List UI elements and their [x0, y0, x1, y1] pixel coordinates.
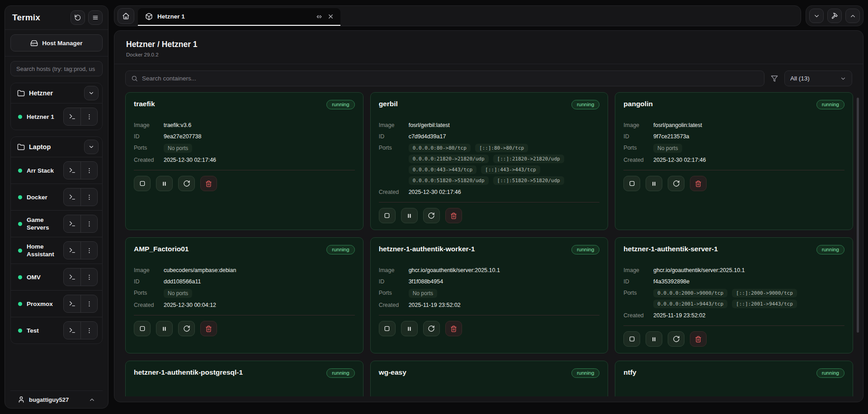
status-filter-select[interactable]: All (13)	[784, 71, 852, 86]
delete-container-button[interactable]	[200, 176, 217, 191]
tools-button[interactable]	[827, 9, 842, 23]
group-collapse-button[interactable]	[84, 140, 99, 154]
sidebar-menu-button[interactable]	[88, 10, 103, 25]
created-label: Created	[134, 301, 164, 308]
terminal-button[interactable]	[64, 108, 80, 125]
card-divider	[623, 325, 844, 326]
refresh-button[interactable]	[71, 10, 85, 25]
restart-container-button[interactable]	[178, 321, 195, 336]
host-group-header[interactable]: Laptop	[11, 137, 102, 157]
delete-container-button[interactable]	[200, 321, 217, 336]
pause-container-button[interactable]	[646, 176, 662, 191]
status-badge: running	[326, 245, 354, 254]
restart-container-button[interactable]	[423, 208, 440, 223]
created-row: Created 2025-12-30 02:17:46	[134, 156, 355, 164]
card-header: wg-easy running	[379, 368, 600, 378]
delete-container-button[interactable]	[445, 208, 462, 223]
image-label: Image	[134, 266, 164, 273]
group-hosts: Hetzner 1	[11, 103, 102, 130]
host-group-header[interactable]: Hetzner	[11, 83, 102, 103]
host-menu-button[interactable]	[80, 295, 97, 312]
tab-hetzner-1[interactable]: Hetzner 1	[138, 8, 340, 26]
delete-container-button[interactable]	[690, 176, 707, 191]
top-row: Hetzner 1	[114, 5, 863, 26]
pause-container-button[interactable]	[401, 208, 418, 223]
close-tab-button[interactable]	[327, 13, 334, 20]
restart-container-button[interactable]	[178, 176, 195, 191]
collapse-up-button[interactable]	[845, 9, 860, 23]
container-cube-icon	[145, 13, 153, 20]
trash-icon	[695, 336, 702, 343]
created-label: Created	[379, 301, 409, 308]
delete-container-button[interactable]	[690, 331, 707, 347]
id-label: ID	[379, 278, 409, 285]
restart-container-button[interactable]	[423, 321, 440, 336]
card-header: AMP_Factorio01 running	[134, 245, 355, 254]
user-footer[interactable]: bugattiguy527	[10, 390, 103, 408]
host-menu-button[interactable]	[80, 188, 97, 206]
ports-row: Ports 0.0.0.0:80->80/tcp[::]:80->80/tcp0…	[379, 144, 600, 185]
stop-container-button[interactable]	[134, 176, 151, 191]
card-divider	[379, 202, 600, 202]
port-mapping: [::]:21820->21820/udp	[493, 155, 564, 163]
host-row[interactable]: Arr Stack	[11, 157, 102, 183]
host-manager-button[interactable]: Host Manager	[10, 34, 103, 52]
host-row[interactable]: Test	[11, 317, 102, 343]
stop-container-button[interactable]	[379, 321, 396, 336]
port-mapping: 0.0.0.0:51820->51820/udp	[409, 176, 489, 185]
delete-container-button[interactable]	[445, 321, 462, 336]
pause-container-button[interactable]	[401, 321, 418, 336]
host-row[interactable]: Home Assistant	[11, 237, 102, 263]
split-view-button[interactable]	[316, 13, 323, 20]
terminal-button[interactable]	[64, 295, 80, 312]
container-name: hetzner-1-authentik-postgresql-1	[134, 368, 243, 376]
restart-icon	[673, 180, 680, 187]
pause-container-button[interactable]	[156, 321, 173, 336]
pause-container-button[interactable]	[646, 331, 662, 347]
terminal-button[interactable]	[64, 268, 80, 286]
status-badge: running	[816, 368, 844, 378]
terminal-button[interactable]	[64, 162, 80, 179]
terminal-icon	[69, 273, 76, 281]
hammer-icon	[831, 12, 838, 19]
image-value: ghcr.io/goauthentik/server:2025.10.1	[409, 266, 500, 274]
terminal-icon	[69, 220, 76, 227]
terminal-button[interactable]	[64, 322, 80, 339]
collapse-down-button[interactable]	[809, 9, 824, 23]
host-row[interactable]: Game Servers	[11, 210, 102, 237]
host-menu-button[interactable]	[80, 108, 97, 125]
host-menu-button[interactable]	[80, 268, 97, 286]
ports-value: No ports	[653, 144, 682, 153]
content-header: Hetzner / Hetzner 1 Docker 29.0.2	[114, 31, 863, 64]
terminal-button[interactable]	[64, 242, 80, 259]
container-card: hetzner-1-authentik-worker-1 running Ima…	[370, 237, 609, 353]
terminal-button[interactable]	[64, 215, 80, 232]
host-menu-button[interactable]	[80, 322, 97, 339]
host-menu-button[interactable]	[80, 242, 97, 259]
host-menu-button[interactable]	[80, 162, 97, 179]
host-menu-button[interactable]	[80, 215, 97, 232]
terminal-icon	[69, 247, 76, 254]
host-action-buttons	[63, 295, 98, 313]
host-row[interactable]: OMV	[11, 263, 102, 290]
terminal-button[interactable]	[64, 188, 80, 206]
restart-container-button[interactable]	[668, 176, 684, 191]
tab-label: Hetzner 1	[157, 13, 311, 20]
pause-container-button[interactable]	[156, 176, 173, 191]
stop-container-button[interactable]	[623, 331, 640, 347]
user-icon	[18, 396, 25, 403]
stop-container-button[interactable]	[379, 208, 396, 223]
host-row[interactable]: Proxmox	[11, 290, 102, 317]
stop-container-button[interactable]	[623, 176, 640, 191]
host-row[interactable]: Docker	[11, 183, 102, 210]
image-value: cubecoders/ampbase:debian	[164, 266, 236, 274]
host-row[interactable]: Hetzner 1	[11, 103, 102, 130]
restart-container-button[interactable]	[668, 331, 684, 347]
host-search-input[interactable]	[10, 61, 103, 76]
stop-icon	[383, 212, 391, 219]
container-search-input[interactable]	[142, 75, 759, 82]
scrollbar-thumb[interactable]	[857, 98, 859, 333]
stop-container-button[interactable]	[134, 321, 151, 336]
home-tab-button[interactable]	[118, 8, 134, 24]
group-collapse-button[interactable]	[84, 86, 99, 100]
